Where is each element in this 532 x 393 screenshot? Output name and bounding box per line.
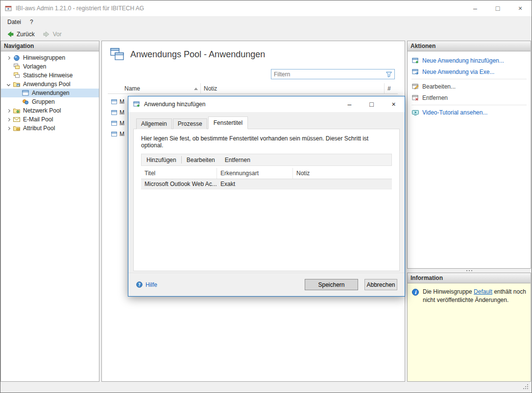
sort-ascending-icon [194,88,198,90]
default-group-link[interactable]: Default [474,288,492,295]
dialog-minimize-button[interactable]: – [339,96,361,112]
applications-page-icon [110,47,124,61]
app-icon [4,4,12,12]
actions-header: Aktionen [408,41,531,51]
action-new-application-via-exe[interactable]: Neue Anwendung via Exe... [408,66,531,77]
notice-groups-icon [13,54,21,62]
column-header-erkennungsart[interactable]: Erkennungsart [217,168,293,179]
static-notices-icon [13,71,21,79]
information-panel: Information i Die Hinweisgruppe Default … [407,273,531,382]
dialog-controls: – □ × [339,96,405,112]
sidebar-item-netzwerk-pool[interactable]: Netzwerk Pool [1,106,99,115]
divider [411,105,527,105]
forward-button[interactable]: Vor [39,29,65,40]
expand-chevron-right-icon[interactable] [4,110,13,112]
groups-icon [22,98,29,106]
edit-window-title-button[interactable]: Bearbeiten [182,154,220,165]
divider [411,79,527,79]
sidebar-item-email-pool[interactable]: E-Mail Pool [1,115,99,124]
sidebar-item-attribut-pool[interactable]: Attribut Pool [1,124,99,133]
templates-icon [13,63,21,70]
cell-notiz [293,179,392,189]
expand-chevron-right-icon[interactable] [4,127,13,130]
close-button[interactable]: × [509,0,532,16]
action-label: Neue Anwendung via Exe... [422,69,494,75]
column-header-notiz[interactable]: Notiz [293,168,392,179]
expand-chevron-down-icon[interactable] [4,83,13,86]
filter-box [271,69,395,79]
dialog-close-button[interactable]: × [383,96,405,112]
add-window-title-button[interactable]: Hinzufügen [142,154,181,165]
column-header-count[interactable]: # [385,83,398,93]
help-link[interactable]: ? Hilfe [136,281,157,288]
sidebar-item-gruppen[interactable]: Gruppen [1,97,99,106]
remove-window-title-button[interactable]: Entfernen [220,154,255,165]
tab-description: Hier legen Sie fest, ob bestimmte Fenste… [134,129,399,154]
email-pool-icon [13,116,21,123]
nav-toolbar: Zurück Vor [0,27,532,41]
action-remove[interactable]: Entfernen [408,92,531,103]
sidebar-item-anwendungen[interactable]: Anwendungen [1,89,99,97]
action-new-application[interactable]: Neue Anwendung hinzufügen... [408,55,531,66]
filter-funnel-icon[interactable] [385,70,393,78]
save-button[interactable]: Speichern [305,279,358,290]
action-label: Entfernen [422,94,448,101]
menu-datei[interactable]: Datei [3,17,25,27]
tab-allgemein[interactable]: Allgemein [136,118,172,129]
action-edit[interactable]: Bearbeiten... [408,81,531,92]
sidebar-item-hinweisgruppen[interactable]: Hinweisgruppen [1,53,99,62]
list-header: Name Notiz # [108,83,398,94]
message-prefix: Die Hinweisgruppe [423,288,474,295]
dialog-tabs: Allgemein Prozesse Fenstertitel [128,112,405,129]
column-label: Notiz [204,85,217,92]
main-window: IBI-aws Admin 1.21.0 - registriert für I… [0,0,532,393]
dialog-title: Anwendung hinzufügen [144,101,205,108]
cell-titel: Microsoft Outlook Web Ac... [141,179,217,189]
navigation-header: Navigation [1,41,99,51]
help-label: Hilfe [145,281,157,288]
application-icon [111,109,118,116]
sidebar-item-statische-hinweise[interactable]: Statische Hinweise [1,71,99,80]
info-icon: i [411,288,419,296]
table-row[interactable]: Microsoft Outlook Web Ac... Exakt [141,179,392,189]
expand-chevron-right-icon[interactable] [4,57,13,59]
help-icon: ? [136,281,143,288]
sidebar-item-anwendungs-pool[interactable]: Anwendungs Pool [1,80,99,89]
action-label: Video-Tutorial ansehen... [422,109,487,116]
back-button[interactable]: Zurück [3,29,38,40]
new-application-exe-icon [411,68,419,76]
information-header: Information [408,273,531,283]
back-label: Zurück [17,31,35,38]
expand-chevron-right-icon[interactable] [4,118,13,121]
video-tutorial-icon [411,109,419,116]
panel-splitter[interactable] [407,269,531,273]
sidebar-item-label: E-Mail Pool [23,116,53,123]
cancel-button[interactable]: Abbrechen [364,279,397,290]
add-application-icon [133,100,141,108]
new-application-icon [411,57,419,65]
application-icon [111,120,118,127]
sidebar-item-vorlagen[interactable]: Vorlagen [1,62,99,71]
tab-fenstertitel[interactable]: Fenstertitel [208,116,248,129]
tab-prozesse[interactable]: Prozesse [173,118,207,129]
column-header-titel[interactable]: Titel [141,168,217,179]
filter-input[interactable] [271,71,385,78]
dialog-maximize-button[interactable]: □ [361,96,383,112]
action-label: Bearbeiten... [422,83,456,90]
table-header: Titel Erkennungsart Notiz [141,168,392,179]
actions-list: Neue Anwendung hinzufügen... Neue Anwend… [408,51,531,121]
sidebar-item-label: Attribut Pool [23,125,55,132]
forward-label: Vor [53,31,62,38]
add-application-dialog: Anwendung hinzufügen – □ × Allgemein Pro… [128,96,405,297]
column-header-name[interactable]: Name [108,83,201,93]
action-video-tutorial[interactable]: Video-Tutorial ansehen... [408,107,531,118]
resize-grip-icon[interactable] [523,384,529,390]
menu-help[interactable]: ? [25,17,38,27]
application-pool-icon [13,80,21,88]
maximize-button[interactable]: □ [486,0,509,16]
column-header-notiz[interactable]: Notiz [201,83,385,93]
back-arrow-icon [6,30,14,38]
navigation-panel: Navigation Hinweisgruppen Vorlagen [0,41,99,382]
svg-text:?: ? [138,282,141,287]
minimize-button[interactable]: – [464,0,486,16]
